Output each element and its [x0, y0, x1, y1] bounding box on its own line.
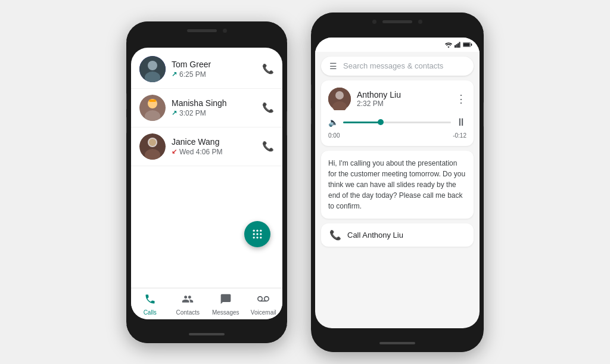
- search-bar[interactable]: ☰ Search messages & contacts: [321, 57, 474, 76]
- left-screen: Tom Greer ↗ 6:25 PM 📞: [131, 48, 282, 319]
- call-time-janice: Wed 4:06 PM: [179, 148, 222, 156]
- transcript-text: Hi, I'm calling you about the presentati…: [328, 158, 466, 211]
- search-placeholder[interactable]: Search messages & contacts: [343, 61, 465, 70]
- volume-icon[interactable]: 🔈: [328, 117, 338, 127]
- svg-point-12: [256, 229, 258, 231]
- right-home-bar: [379, 342, 415, 344]
- call-time-manisha: 3:02 PM: [179, 109, 206, 117]
- status-bar: [315, 38, 480, 52]
- signal-icon: [455, 42, 460, 48]
- nav-voicemail[interactable]: Voicemail: [245, 293, 283, 316]
- call-time-tom: 6:25 PM: [179, 70, 206, 79]
- nav-calls[interactable]: Calls: [131, 293, 169, 316]
- hamburger-icon[interactable]: ☰: [329, 61, 337, 71]
- time-row: 0:00 -0:12: [328, 132, 466, 139]
- svg-point-1: [148, 61, 157, 70]
- search-bar-wrapper: ☰ Search messages & contacts: [315, 52, 480, 80]
- call-info-manisha: Manisha Singh ↗ 3:02 PM: [172, 98, 262, 117]
- vm-name: Anthony Liu: [357, 90, 456, 99]
- call-phone-icon-janice[interactable]: 📞: [262, 141, 274, 152]
- call-info-tom: Tom Greer ↗ 6:25 PM: [172, 60, 262, 79]
- svg-rect-22: [458, 43, 459, 48]
- contacts-nav-icon: [182, 293, 194, 308]
- call-arrow-manisha: ↗: [172, 109, 177, 117]
- call-item-janice[interactable]: Janice Wang ↙ Wed 4:06 PM 📞: [131, 127, 282, 166]
- svg-rect-26: [463, 43, 470, 46]
- left-chin: [126, 325, 287, 343]
- right-vol-up: [311, 84, 312, 101]
- call-action[interactable]: 📞 Call Anthony Liu: [321, 223, 474, 247]
- right-vol-down: [311, 108, 312, 125]
- voicemail-card[interactable]: Anthony Liu 2:32 PM ⋮ 🔈 ⏸ 0: [321, 80, 474, 146]
- call-phone-icon-manisha[interactable]: 📞: [262, 102, 274, 113]
- power-button: [287, 111, 287, 136]
- voicemail-nav-icon: [257, 293, 270, 308]
- voicemail-nav-label: Voicemail: [251, 309, 276, 316]
- avatar-manisha: [139, 95, 166, 121]
- call-item-manisha[interactable]: Manisha Singh ↗ 3:02 PM 📞: [131, 89, 282, 127]
- messages-nav-label: Messages: [212, 309, 239, 316]
- calls-nav-label: Calls: [144, 309, 157, 316]
- svg-point-10: [149, 139, 156, 146]
- messages-nav-icon: [220, 293, 232, 308]
- phones-container: Tom Greer ↗ 6:25 PM 📞: [126, 13, 484, 352]
- right-chin: [311, 334, 484, 352]
- right-power: [483, 102, 484, 127]
- call-action-icon: 📞: [329, 229, 341, 241]
- svg-rect-25: [471, 43, 472, 45]
- speaker: [187, 29, 217, 32]
- progress-dot: [378, 119, 384, 125]
- svg-point-14: [253, 233, 255, 235]
- right-speaker: [382, 20, 412, 23]
- left-phone-top: [126, 21, 287, 41]
- bottom-nav: Calls Contacts Mes: [131, 288, 282, 319]
- vol-down-button: [126, 117, 127, 133]
- audio-progress-bar[interactable]: [343, 122, 451, 123]
- svg-point-18: [256, 237, 258, 238]
- dialpad-fab[interactable]: [244, 221, 270, 247]
- svg-point-15: [256, 233, 258, 235]
- call-arrow-janice: ↙: [172, 148, 177, 155]
- call-name-tom: Tom Greer: [172, 60, 262, 69]
- call-name-janice: Janice Wang: [172, 137, 262, 147]
- call-list: Tom Greer ↗ 6:25 PM 📞: [131, 48, 282, 288]
- call-action-text: Call Anthony Liu: [347, 231, 403, 239]
- nav-contacts[interactable]: Contacts: [169, 293, 207, 316]
- svg-point-11: [253, 229, 255, 231]
- wifi-icon: [445, 42, 452, 48]
- left-phone: Tom Greer ↗ 6:25 PM 📞: [126, 21, 287, 343]
- svg-point-28: [335, 91, 344, 99]
- battery-icon: [463, 42, 472, 48]
- call-name-manisha: Manisha Singh: [172, 98, 262, 108]
- front-camera-2: [418, 20, 422, 24]
- voicemail-header: Anthony Liu 2:32 PM ⋮: [328, 88, 466, 110]
- svg-point-17: [253, 237, 255, 238]
- vol-up-button: [126, 93, 127, 110]
- calls-nav-icon: [144, 293, 156, 308]
- call-time-row-tom: ↗ 6:25 PM: [172, 70, 262, 79]
- camera: [223, 29, 227, 33]
- pause-icon[interactable]: ⏸: [456, 116, 466, 129]
- svg-point-16: [260, 233, 262, 235]
- home-bar: [189, 333, 225, 335]
- front-camera-1: [372, 20, 376, 24]
- call-arrow-tom: ↗: [172, 70, 177, 78]
- transcript-card: Hi, I'm calling you about the presentati…: [321, 151, 474, 219]
- audio-progress-fill: [343, 122, 381, 123]
- call-item-tom[interactable]: Tom Greer ↗ 6:25 PM 📞: [131, 50, 282, 89]
- nav-messages[interactable]: Messages: [207, 293, 245, 316]
- call-time-row-manisha: ↗ 3:02 PM: [172, 109, 262, 117]
- vm-more-menu[interactable]: ⋮: [456, 92, 466, 105]
- avatar-tom: [139, 56, 166, 82]
- time-end: -0:12: [453, 132, 466, 139]
- svg-rect-20: [455, 45, 456, 47]
- svg-rect-23: [459, 42, 460, 48]
- right-phone: ☰ Search messages & contacts Antho: [311, 13, 484, 352]
- call-time-row-janice: ↙ Wed 4:06 PM: [172, 148, 262, 156]
- vm-info: Anthony Liu 2:32 PM: [357, 90, 456, 108]
- call-phone-icon-tom[interactable]: 📞: [262, 63, 274, 74]
- svg-rect-21: [456, 44, 458, 48]
- vm-avatar: [328, 88, 351, 110]
- svg-point-19: [260, 237, 262, 238]
- vm-time: 2:32 PM: [357, 99, 456, 108]
